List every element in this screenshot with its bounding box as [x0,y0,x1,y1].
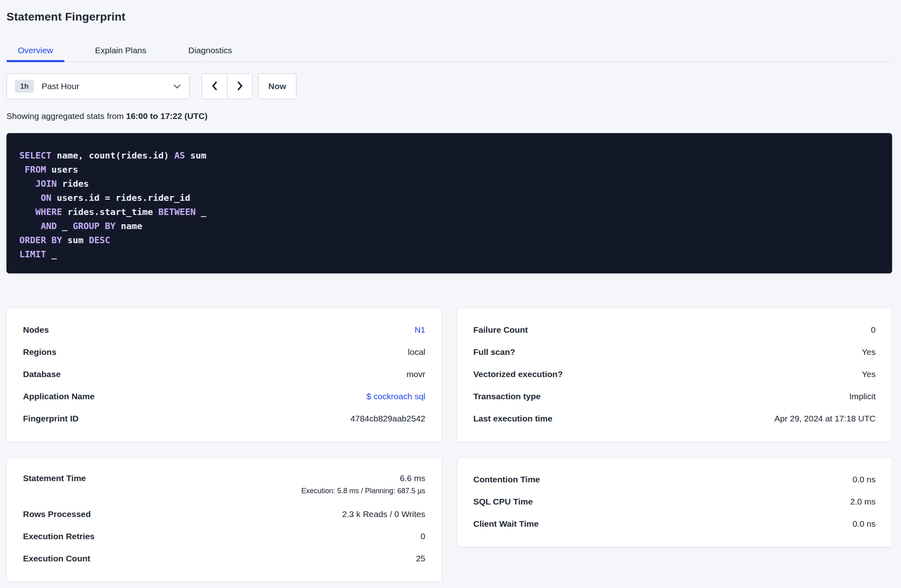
row-value: 4784cb829aab2542 [350,414,425,423]
row-value: Apr 29, 2024 at 17:18 UTC [774,414,876,423]
aggregation-summary-prefix: Showing aggregated stats from [6,111,124,121]
time-stats-card: Contention Time0.0 nsSQL CPU Time2.0 msC… [457,457,893,547]
row-value-wrap: Implicit [849,392,876,401]
sql-statement-box: SELECT name, count(rides.id) AS sum FROM… [6,133,892,273]
sql-line: WHERE rides.start_time BETWEEN _ [19,205,879,219]
row-label: Last execution time [473,414,553,423]
sql-line: LIMIT _ [19,247,879,261]
sql-text: sum [185,150,206,161]
aggregation-summary-range: 16:00 to 17:22 (UTC) [126,111,208,121]
card-row: SQL CPU Time2.0 ms [473,490,876,513]
sql-keyword: WHERE [35,207,62,217]
card-row: Failure Count0 [473,319,876,341]
execution-attributes-card: Failure Count0Full scan?YesVectorized ex… [457,308,893,442]
sql-text: _ [46,249,57,259]
row-label: Rows Processed [23,509,91,519]
row-value-wrap: local [408,347,425,357]
row-value: Implicit [849,392,876,401]
card-row: NodesN1 [23,319,425,341]
row-value-wrap: Yes [862,347,876,357]
row-value-wrap: 2.3 k Reads / 0 Writes [342,509,425,519]
sql-text [19,179,35,189]
chevron-down-icon [173,83,181,89]
row-value-wrap: 0.0 ns [853,475,876,484]
sql-line: ON users.id = rides.rider_id [19,191,879,205]
card-row: Full scan?Yes [473,341,876,363]
statement-details-card: NodesN1RegionslocalDatabasemovrApplicati… [6,308,442,442]
sql-text: rides [57,179,89,189]
row-value: 0.0 ns [853,475,876,484]
row-value-wrap: 0 [421,532,425,541]
now-button[interactable]: Now [258,73,296,99]
row-value: movr [407,369,425,379]
sql-keyword: AND [41,221,57,231]
row-value-link[interactable]: $ cockroach sql [367,392,425,401]
sql-keyword: ORDER BY [19,235,62,245]
row-value: 25 [416,554,425,563]
sql-text: sum [62,235,89,245]
row-label: Contention Time [473,475,540,484]
card-row: Databasemovr [23,363,425,385]
time-range-dropdown[interactable]: 1h Past Hour [6,73,190,99]
row-value: 2.0 ms [850,497,876,507]
row-value: Yes [862,347,876,357]
sql-text: rides.start_time [62,207,158,217]
sql-text: _ [57,221,73,231]
card-row: Regionslocal [23,341,425,363]
sql-keyword: ON [41,193,52,203]
sql-text: users.id = rides.rider_id [51,193,190,203]
row-value-wrap: 6.6 msExecution: 5.8 ms / Planning: 687.… [301,473,425,495]
row-label: Application Name [23,392,94,401]
sql-text: name, count(rides.id) [51,150,174,161]
sql-text: users [46,165,78,175]
row-label: Regions [23,347,56,357]
sql-text [19,165,25,175]
sql-text [19,193,41,203]
row-value: 0.0 ns [853,519,876,529]
row-label: Full scan? [473,347,515,357]
sql-keyword: GROUP BY [73,221,115,231]
row-label: Transaction type [473,392,541,401]
time-range-label: Past Hour [42,81,79,91]
sql-keyword: BETWEEN [158,207,196,217]
card-row: Rows Processed2.3 k Reads / 0 Writes [23,503,425,525]
card-row: Fingerprint ID4784cb829aab2542 [23,407,425,430]
row-value: 6.6 ms [400,473,425,483]
time-step-group [202,73,252,99]
next-time-button[interactable] [227,74,252,99]
sql-text: _ [196,207,206,217]
row-label: Vectorized execution? [473,369,563,379]
sql-keyword: SELECT [19,150,51,161]
row-value-wrap: N1 [415,325,425,335]
statement-stats-card: Statement Time6.6 msExecution: 5.8 ms / … [6,457,442,582]
sql-text: name [115,221,142,231]
row-value-wrap: Apr 29, 2024 at 17:18 UTC [774,414,876,423]
row-value-wrap: 2.0 ms [850,497,876,507]
page-title: Statement Fingerprint [6,10,892,23]
card-row: Execution Retries0 [23,525,425,547]
tab-diagnostics[interactable]: Diagnostics [177,40,244,61]
sql-line: SELECT name, count(rides.id) AS sum [19,148,879,163]
row-label: Client Wait Time [473,519,539,529]
row-label: Nodes [23,325,49,335]
tab-explain-plans[interactable]: Explain Plans [84,40,158,61]
row-value: 0 [871,325,876,335]
row-label: Failure Count [473,325,528,335]
row-value-link[interactable]: N1 [415,325,425,335]
card-row: Execution Count25 [23,547,425,569]
row-label: Execution Count [23,554,90,563]
row-value-wrap: movr [407,369,425,379]
sql-line: FROM users [19,163,879,177]
row-label: Execution Retries [23,532,94,541]
row-value: local [408,347,425,357]
sql-keyword: AS [174,150,185,161]
card-row: Statement Time6.6 msExecution: 5.8 ms / … [23,468,425,503]
sql-keyword: JOIN [35,179,57,189]
row-value-wrap: 0.0 ns [853,519,876,529]
tab-overview[interactable]: Overview [6,40,65,61]
prev-time-button[interactable] [202,74,227,99]
row-label: Database [23,369,60,379]
sql-text [19,221,41,231]
sql-line: AND _ GROUP BY name [19,219,879,233]
tab-bar: OverviewExplain PlansDiagnostics [6,40,892,62]
